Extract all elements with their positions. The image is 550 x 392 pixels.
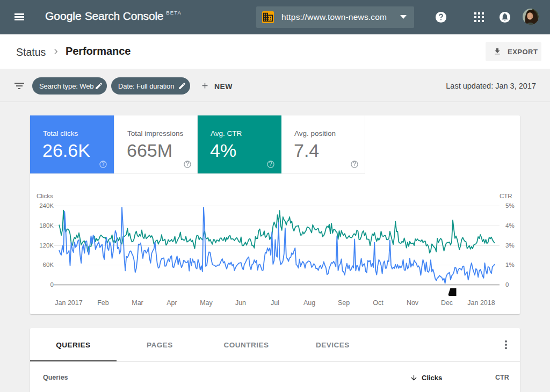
svg-text:Clicks: Clicks bbox=[37, 193, 53, 199]
svg-text:Oct: Oct bbox=[373, 299, 383, 307]
svg-text:60K: 60K bbox=[43, 262, 54, 268]
svg-text:Sep: Sep bbox=[338, 299, 350, 307]
svg-text:Jul: Jul bbox=[271, 299, 279, 307]
svg-text:Jun: Jun bbox=[235, 299, 246, 307]
svg-text:3%: 3% bbox=[505, 242, 515, 249]
svg-text:0: 0 bbox=[50, 281, 54, 288]
svg-text:120K: 120K bbox=[39, 242, 54, 249]
svg-text:Dec: Dec bbox=[441, 299, 453, 307]
svg-text:Apr: Apr bbox=[167, 299, 177, 307]
svg-text:240K: 240K bbox=[39, 202, 54, 209]
svg-text:4%: 4% bbox=[505, 222, 515, 229]
svg-text:5%: 5% bbox=[505, 202, 515, 209]
svg-text:May: May bbox=[200, 299, 213, 307]
svg-text:Mar: Mar bbox=[132, 299, 143, 307]
svg-text:180K: 180K bbox=[39, 222, 54, 229]
svg-text:Nov: Nov bbox=[407, 299, 419, 307]
svg-text:1%: 1% bbox=[505, 262, 515, 268]
svg-text:Feb: Feb bbox=[97, 299, 109, 307]
svg-text:0: 0 bbox=[505, 281, 509, 288]
svg-text:Jan 2017: Jan 2017 bbox=[55, 299, 82, 307]
svg-text:Aug: Aug bbox=[303, 299, 315, 307]
svg-text:Jan 2018: Jan 2018 bbox=[467, 299, 495, 307]
svg-text:CTR: CTR bbox=[500, 193, 512, 199]
